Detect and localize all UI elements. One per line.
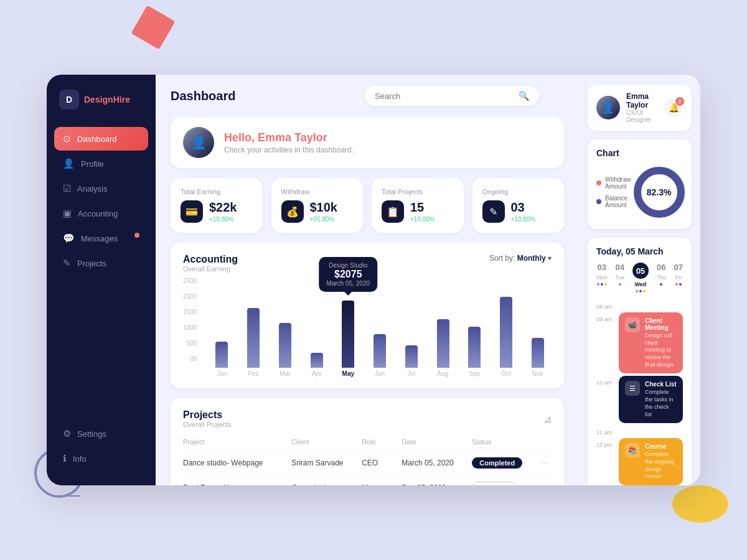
notification-button[interactable]: 🔔 2 [664, 98, 683, 117]
calendar-title: Today, 05 March [596, 246, 683, 256]
main-container: D DesignHire ⊙ Dashboard 👤 Profile ☑ Ana… [47, 75, 700, 485]
x-label: Jan [217, 370, 227, 377]
bar-wrap[interactable]: Nov [524, 338, 552, 377]
x-label: Aug [438, 370, 449, 377]
event-desc: Design call client meeting to review the… [645, 332, 677, 368]
sidebar: D DesignHire ⊙ Dashboard 👤 Profile ☑ Ana… [47, 75, 156, 485]
bar-wrap[interactable]: Oct [492, 297, 520, 377]
sidebar-item-profile[interactable]: 👤 Profile [54, 152, 148, 175]
greeting: Hello, Emma Taylor [224, 131, 354, 144]
project-date: March 05, 2020 [402, 451, 472, 475]
nav-menu: ⊙ Dashboard 👤 Profile ☑ Analysis ▣ Accou… [47, 127, 156, 422]
bar-wrap[interactable]: Aug [429, 319, 457, 377]
y-axis: 2500 2000 1500 1000 500 00 [183, 278, 197, 362]
y-label: 500 [187, 340, 197, 347]
donut-title: Chart [596, 148, 683, 158]
bar [532, 338, 544, 368]
legend-item-withdraw: WithdrawAmount [596, 176, 631, 190]
donut-chart-wrap: 82.3% [631, 164, 687, 220]
search-icon: 🔍 [519, 91, 529, 101]
time-slot: 11 am [596, 426, 683, 436]
bar [405, 345, 418, 368]
project-role: CEO [362, 451, 402, 475]
projects-card: Projects Overall Projects ⊿ Project Clie… [171, 398, 564, 485]
x-label: Mar [280, 370, 290, 377]
legend-label-withdraw: WithdrawAmount [605, 176, 631, 190]
day-number: 07 [674, 263, 683, 272]
stat-icon: ✎ [482, 200, 505, 223]
day-strip: 03Mon04Tue05Wed06Thu07Fri [596, 263, 683, 292]
event-info: Client Meeting Design call client meetin… [645, 317, 677, 368]
sidebar-item-dashboard[interactable]: ⊙ Dashboard [54, 127, 148, 151]
day-item[interactable]: 03Mon [596, 263, 608, 292]
y-label: 1000 [183, 324, 197, 331]
project-actions[interactable]: ··· [540, 451, 552, 475]
sidebar-item-label: Accounting [78, 209, 118, 218]
time-slot: 09 am📹Client Meeting Design call client … [596, 312, 683, 373]
donut-percentage: 82.3% [647, 187, 672, 197]
filter-icon[interactable]: ⊿ [543, 413, 552, 425]
sidebar-item-messages[interactable]: 💬 Messages [54, 226, 148, 250]
time-slot: 08 am [596, 300, 683, 310]
day-dot [597, 283, 599, 286]
sidebar-item-label: Dashboard [77, 134, 117, 144]
time-slot: 12 pm📚Course Complete the ongoing design… [596, 438, 683, 485]
chart-subtitle: Overall Earning [183, 265, 238, 273]
logo-text: DesignHire [84, 95, 130, 105]
bar-wrap[interactable]: Feb [240, 308, 268, 377]
event-card: ☰Check List Complete the tasks in the ch… [619, 376, 683, 423]
sidebar-item-accounting[interactable]: ▣ Accounting [54, 202, 148, 225]
greeting-subtitle: Check your activities in this dashboard. [224, 146, 354, 154]
projects-title: Projects [183, 409, 232, 421]
bar [374, 334, 386, 368]
day-number: 06 [657, 263, 665, 272]
y-label: 2000 [183, 293, 197, 300]
sidebar-item-settings[interactable]: ⚙ Settings [54, 422, 148, 446]
profile-icon: 👤 [63, 158, 75, 169]
day-item[interactable]: 07Fri [674, 263, 683, 292]
stat-change: +10.80% [410, 216, 435, 223]
user-profile: 👤 Emma Taylor UX/UI Designer 🔔 2 [588, 85, 692, 131]
y-label: 2500 [183, 278, 197, 284]
sort-by[interactable]: Sort by: Monthly ▾ [489, 254, 552, 263]
projects-tbody: Dance studio- Webpage Sriram Sarvade CEO… [183, 451, 552, 486]
day-item[interactable]: 05Wed [632, 263, 649, 292]
event-icon: ☰ [625, 381, 640, 396]
stat-value: $10k [310, 200, 338, 215]
stat-card-projects: Total Projects 📋 15 +10.80% [372, 178, 464, 233]
x-label: Feb [248, 370, 258, 377]
main-scroll: 👤 Hello, Emma Taylor Check your activiti… [156, 117, 579, 485]
x-label: May [342, 370, 354, 377]
sidebar-item-analysis[interactable]: ☑ Analysis [54, 177, 148, 200]
day-item[interactable]: 06Thu [656, 263, 666, 292]
bar-wrap[interactable]: Sep [461, 327, 489, 377]
bar-wrap[interactable]: Mar [271, 323, 299, 377]
sidebar-item-info[interactable]: ℹ Info [54, 447, 148, 470]
stat-card-withdraw: Withdraw 💰 $10k +05.80% [271, 178, 364, 233]
legend-item-balance: BalanceAmount [596, 195, 631, 208]
time-events: 08 am09 am📹Client Meeting Design call cl… [596, 300, 683, 485]
day-item[interactable]: 04Tue [615, 263, 624, 292]
bar-wrap[interactable]: Design Studio $2075 March 05, 2020May [334, 301, 362, 377]
project-role: Manager [362, 475, 402, 486]
status-badge: Ongoing [472, 482, 516, 485]
day-number: 03 [598, 263, 606, 272]
x-label: Jun [375, 370, 385, 377]
search-wrapper: 🔍 [365, 86, 539, 106]
legend-label-balance: BalanceAmount [605, 195, 627, 208]
search-input[interactable] [375, 91, 514, 101]
project-actions[interactable]: ··· [540, 475, 552, 486]
bar-wrap[interactable]: Jun [366, 334, 394, 377]
bar-wrap[interactable]: Jul [397, 345, 425, 377]
stat-value: 03 [511, 200, 536, 215]
bar-wrap[interactable]: Apr [303, 353, 331, 377]
sidebar-item-projects[interactable]: ✎ Projects [54, 251, 148, 275]
right-panel: 👤 Emma Taylor UX/UI Designer 🔔 2 Chart W… [579, 75, 700, 485]
donut-content: WithdrawAmount BalanceAmount [596, 164, 683, 220]
bar-wrap[interactable]: Jan [208, 342, 236, 377]
header: Dashboard 🔍 [156, 75, 579, 117]
bar [215, 342, 228, 368]
stat-change: +10.80% [209, 216, 237, 223]
project-name: Real Estate Homepage [183, 475, 291, 486]
bar-chart: 2500 2000 1500 1000 500 00 JanFebMarAprD… [183, 278, 552, 377]
